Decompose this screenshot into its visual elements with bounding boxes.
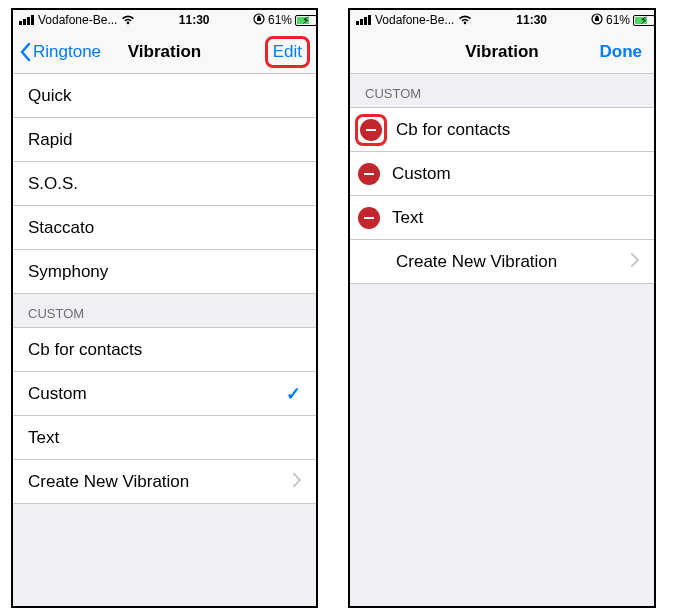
custom-vibration-row[interactable]: Text	[350, 196, 654, 240]
status-bar: Vodafone-Be... 11:30 61% ⚡︎	[350, 10, 654, 30]
vibration-option[interactable]: Staccato	[13, 206, 316, 250]
signal-icon	[356, 15, 371, 25]
delete-minus-icon	[364, 173, 374, 175]
nav-bar: Ringtone Vibration Edit	[13, 30, 316, 74]
wifi-icon	[121, 15, 135, 25]
phone-right: Vodafone-Be... 11:30 61% ⚡︎ Vibration Do…	[348, 8, 656, 608]
nav-bar: Vibration Done	[350, 30, 654, 74]
edit-button[interactable]: Edit	[265, 36, 310, 68]
battery-percent: 61%	[606, 13, 630, 27]
vibration-option[interactable]: S.O.S.	[13, 162, 316, 206]
clock: 11:30	[135, 13, 253, 27]
section-header-custom: Custom	[13, 294, 316, 328]
wifi-icon	[458, 15, 472, 25]
carrier-label: Vodafone-Be...	[38, 13, 117, 27]
back-label: Ringtone	[33, 42, 101, 62]
custom-vibration-row[interactable]: Custom	[350, 152, 654, 196]
done-button[interactable]: Done	[594, 40, 649, 64]
clock: 11:30	[472, 13, 591, 27]
delete-minus-icon	[364, 217, 374, 219]
carrier-label: Vodafone-Be...	[375, 13, 454, 27]
orientation-lock-icon	[591, 13, 603, 28]
custom-vibration-option[interactable]: Text	[13, 416, 316, 460]
phone-left: Vodafone-Be... 11:30 61% ⚡︎ Ringtone Vib…	[11, 8, 318, 608]
create-new-vibration[interactable]: Create New Vibration	[13, 460, 316, 504]
battery-percent: 61%	[268, 13, 292, 27]
custom-vibration-option[interactable]: Cb for contacts	[13, 328, 316, 372]
chevron-right-icon	[631, 252, 639, 272]
chevron-right-icon	[293, 472, 301, 492]
status-bar: Vodafone-Be... 11:30 61% ⚡︎	[13, 10, 316, 30]
vibration-option[interactable]: Rapid	[13, 118, 316, 162]
delete-button[interactable]	[358, 163, 380, 185]
orientation-lock-icon	[253, 13, 265, 28]
signal-icon	[19, 15, 34, 25]
chevron-left-icon	[19, 42, 31, 62]
delete-button[interactable]	[358, 207, 380, 229]
vibration-option[interactable]: Symphony	[13, 250, 316, 294]
section-header-custom: Custom	[350, 74, 654, 108]
create-new-vibration[interactable]: Create New Vibration	[350, 240, 654, 284]
checkmark-icon: ✓	[286, 383, 301, 405]
charging-icon: ⚡︎	[640, 14, 648, 27]
delete-minus-icon	[360, 119, 382, 141]
back-button[interactable]: Ringtone	[19, 42, 101, 62]
custom-vibration-row[interactable]: Cb for contacts	[350, 108, 654, 152]
delete-button[interactable]	[355, 114, 387, 146]
charging-icon: ⚡︎	[302, 14, 310, 27]
vibration-option[interactable]: Quick	[13, 74, 316, 118]
custom-vibration-option[interactable]: Custom ✓	[13, 372, 316, 416]
